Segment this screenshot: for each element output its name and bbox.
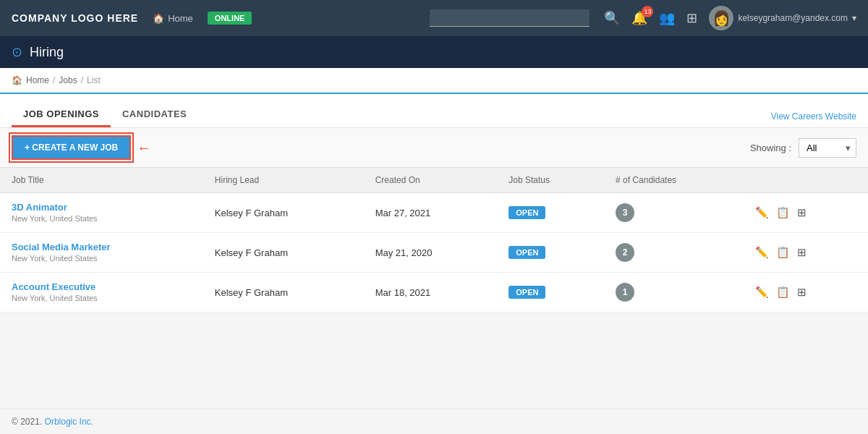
cell-hiring-lead-0: Kelsey F Graham: [203, 193, 364, 233]
job-location-0: New York, United States: [12, 214, 98, 223]
cell-created-on-0: Mar 27, 2021: [364, 193, 498, 233]
home-label: Home: [168, 13, 193, 24]
job-title-link-0[interactable]: 3D Animator: [12, 202, 192, 213]
grid-view-icon-2[interactable]: ⊞: [797, 286, 807, 299]
arrow-indicator-icon: ←: [137, 140, 151, 156]
table-row: Social Media Marketer New York, United S…: [0, 233, 868, 273]
breadcrumb-home-icon: 🏠: [12, 75, 22, 85]
status-badge-1: OPEN: [509, 246, 545, 259]
cell-candidates-0: 3: [604, 193, 744, 233]
home-icon: 🏠: [153, 13, 164, 24]
candidate-count-0: 3: [616, 203, 634, 222]
footer-copyright: © 2021.: [12, 417, 42, 427]
view-careers-link[interactable]: View Careers Website: [771, 111, 856, 122]
cell-status-2: OPEN: [497, 273, 604, 312]
notification-badge: 13: [642, 6, 653, 17]
users-button[interactable]: 👥: [659, 10, 675, 26]
col-job-title: Job Title: [0, 168, 203, 193]
status-badge-0: OPEN: [509, 206, 545, 219]
create-job-button[interactable]: + CREATE A NEW JOB: [12, 135, 131, 160]
notifications-button[interactable]: 🔔 13: [631, 10, 647, 26]
job-location-2: New York, United States: [12, 294, 98, 302]
jobs-table: Job Title Hiring Lead Created On Job Sta…: [0, 168, 868, 312]
col-hiring-lead: Hiring Lead: [203, 168, 364, 193]
candidate-count-2: 1: [616, 283, 634, 302]
toolbar: + CREATE A NEW JOB ← Showing : All Open …: [0, 128, 868, 168]
breadcrumb-sep2: /: [81, 75, 83, 85]
cell-job-title-0: 3D Animator New York, United States: [0, 193, 203, 233]
candidate-count-1: 2: [616, 243, 634, 262]
job-title-link-2[interactable]: Account Executive: [12, 281, 192, 292]
tab-job-openings[interactable]: JOB OPENINGS: [12, 103, 111, 127]
cell-actions-0: ✏️ 📋 ⊞: [744, 193, 868, 233]
cell-created-on-1: May 21, 2020: [364, 233, 498, 273]
grid-icon: ⊞: [686, 11, 697, 25]
avatar: 👩: [709, 6, 733, 30]
grid-view-icon-0[interactable]: ⊞: [797, 206, 807, 219]
footer-company[interactable]: Orblogic Inc.: [45, 417, 93, 427]
user-chevron-icon: ▾: [852, 13, 856, 23]
edit-icon-0[interactable]: ✏️: [755, 206, 769, 219]
home-nav-item[interactable]: 🏠 Home: [153, 13, 193, 24]
breadcrumb-home[interactable]: Home: [26, 75, 49, 85]
tab-bar: JOB OPENINGS CANDIDATES View Careers Web…: [0, 94, 868, 128]
cell-hiring-lead-1: Kelsey F Graham: [203, 233, 364, 273]
table-row: Account Executive New York, United State…: [0, 273, 868, 312]
breadcrumb-sep1: /: [53, 75, 55, 85]
showing-label: Showing :: [750, 142, 791, 153]
col-job-status: Job Status: [497, 168, 604, 193]
search-input[interactable]: [430, 9, 590, 27]
breadcrumb: 🏠 Home / Jobs / List: [0, 68, 868, 94]
search-icon: 🔍: [604, 11, 620, 25]
search-button[interactable]: 🔍: [604, 10, 620, 26]
cell-hiring-lead-2: Kelsey F Graham: [203, 273, 364, 312]
cell-created-on-2: Mar 18, 2021: [364, 273, 498, 312]
cell-status-0: OPEN: [497, 193, 604, 233]
footer: © 2021. Orblogic Inc.: [0, 409, 868, 434]
hiring-icon: ⊙: [12, 44, 22, 60]
cell-actions-1: ✏️ 📋 ⊞: [744, 233, 868, 273]
users-icon: 👥: [659, 11, 675, 25]
cell-job-title-1: Social Media Marketer New York, United S…: [0, 233, 203, 273]
cell-job-title-2: Account Executive New York, United State…: [0, 273, 203, 312]
cell-candidates-1: 2: [604, 233, 744, 273]
col-candidates: # of Candidates: [604, 168, 744, 193]
copy-icon-2[interactable]: 📋: [776, 286, 790, 299]
edit-icon-2[interactable]: ✏️: [755, 286, 769, 299]
cell-status-1: OPEN: [497, 233, 604, 273]
copy-icon-1[interactable]: 📋: [776, 246, 790, 259]
user-email: kelseygraham@yandex.com: [738, 13, 848, 23]
grid-view-icon-1[interactable]: ⊞: [797, 246, 807, 259]
company-logo: COMPANY LOGO HERE: [12, 12, 138, 24]
table-row: 3D Animator New York, United States Kels…: [0, 193, 868, 233]
hiring-title: Hiring: [30, 45, 64, 60]
edit-icon-1[interactable]: ✏️: [755, 246, 769, 259]
showing-select-wrap: All Open Closed: [799, 138, 856, 158]
table-header-row: Job Title Hiring Lead Created On Job Sta…: [0, 168, 868, 193]
copy-icon-0[interactable]: 📋: [776, 206, 790, 219]
breadcrumb-list: List: [87, 75, 101, 85]
cell-actions-2: ✏️ 📋 ⊞: [744, 273, 868, 312]
online-badge: ONLINE: [208, 12, 252, 25]
breadcrumb-jobs[interactable]: Jobs: [59, 75, 77, 85]
col-actions: [744, 168, 868, 193]
cell-candidates-2: 1: [604, 273, 744, 312]
job-location-1: New York, United States: [12, 254, 98, 263]
col-created-on: Created On: [364, 168, 498, 193]
tab-candidates[interactable]: CANDIDATES: [111, 103, 198, 127]
grid-button[interactable]: ⊞: [686, 10, 697, 26]
user-menu[interactable]: 👩 kelseygraham@yandex.com ▾: [709, 6, 856, 30]
status-badge-2: OPEN: [509, 286, 545, 299]
showing-select[interactable]: All Open Closed: [799, 138, 856, 158]
job-title-link-1[interactable]: Social Media Marketer: [12, 242, 192, 252]
